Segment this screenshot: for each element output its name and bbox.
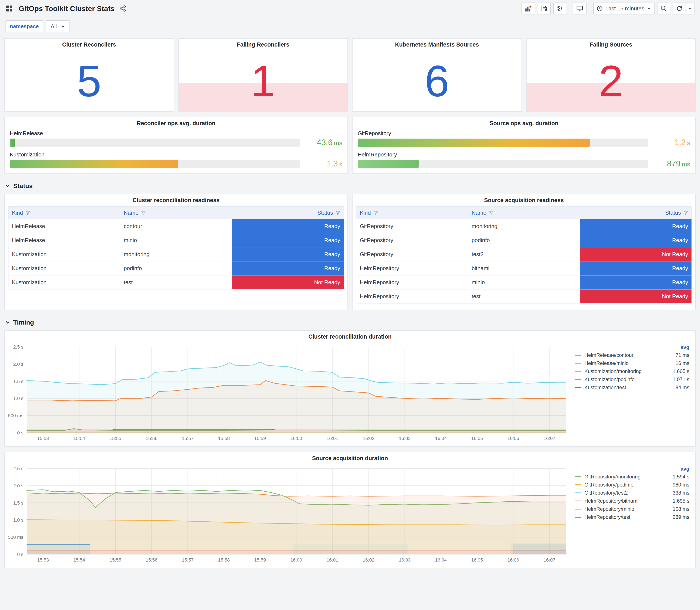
variable-namespace-dropdown[interactable]: All <box>46 20 70 32</box>
column-header-name[interactable]: Name <box>120 206 232 219</box>
stat-value: 6 <box>425 59 449 103</box>
series-name[interactable]: Kustomization/podinfo <box>584 376 664 382</box>
cell-kind: HelmRelease <box>8 233 120 247</box>
legend-item-helmrelease-contour[interactable]: HelmRelease/contour71 ms <box>575 351 689 359</box>
svg-text:2.5 s: 2.5 s <box>13 466 23 471</box>
table-row: KustomizationtestNot Ready <box>8 275 344 289</box>
filter-icon-wrap <box>489 210 494 216</box>
panel-title[interactable]: Cluster reconciliation readiness <box>5 194 347 206</box>
panel-title[interactable]: Source acquisition readiness <box>353 194 695 206</box>
legend-avg-header[interactable]: avg <box>575 466 689 472</box>
dashboards-grid-icon[interactable] <box>5 4 14 13</box>
svg-text:0 s: 0 s <box>17 552 23 557</box>
tv-mode-button[interactable] <box>573 2 587 14</box>
cell-status: Not Ready <box>580 289 692 303</box>
table-row: HelmReleasecontourReady <box>8 219 344 233</box>
legend-item-gitrepository-podinfo[interactable]: GitRepository/podinfo980 ms <box>575 481 689 489</box>
column-header-status[interactable]: Status <box>580 206 692 219</box>
table-row: HelmRepositorytestNot Ready <box>356 289 692 303</box>
series-name[interactable]: HelmRelease/contour <box>584 352 664 358</box>
legend-avg-header[interactable]: avg <box>575 344 689 350</box>
column-header-inner: Name <box>124 210 228 216</box>
legend-item-helmrepository-bitnami[interactable]: HelmRepository/bitnami1.695 s <box>575 497 689 505</box>
legend-item-helmrepository-test[interactable]: HelmRepository/test289 ms <box>575 513 689 521</box>
cell-kind: HelmRepository <box>356 275 468 289</box>
gauge-value-unit: ms <box>334 140 342 146</box>
column-header-kind[interactable]: Kind <box>8 206 120 219</box>
refresh-interval-dropdown[interactable] <box>686 2 695 14</box>
zoom-out-time-button[interactable] <box>657 2 670 14</box>
timeseries-plot[interactable]: 15:5315:5415:5515:5615:5715:5815:5916:00… <box>5 343 571 443</box>
series-avg-value: 1.071 s <box>667 376 689 382</box>
gauge-value-unit: s <box>687 140 690 146</box>
legend-item-helmrepository-minio[interactable]: HelmRepository/minio108 ms <box>575 505 689 513</box>
status-badge: Ready <box>580 275 691 289</box>
filter-funnel-icon[interactable] <box>373 210 378 215</box>
series-name[interactable]: Kustomization/test <box>584 385 664 390</box>
svg-text:1.5 s: 1.5 s <box>13 379 23 384</box>
table-wrap: KindNameStatusGitRepositorymonitoringRea… <box>353 206 695 310</box>
column-header-label: Status <box>317 210 333 216</box>
save-dashboard-button[interactable] <box>538 2 551 14</box>
cell-kind: GitRepository <box>356 219 468 233</box>
filter-funnel-icon[interactable] <box>141 210 146 215</box>
panel-title[interactable]: Kubernetes Manifests Sources <box>353 39 521 51</box>
filter-funnel-icon[interactable] <box>489 210 494 215</box>
filter-funnel-icon[interactable] <box>683 210 688 215</box>
series-name[interactable]: GitRepository/monitoring <box>584 474 664 480</box>
svg-text:15:59: 15:59 <box>254 436 266 441</box>
dashboard-settings-button[interactable]: ⚙ <box>553 2 566 14</box>
panel-title[interactable]: Failing Reconcilers <box>179 39 348 51</box>
cell-name: bitnami <box>468 261 580 275</box>
panel-cluster-reconciliation-readiness: Cluster reconciliation readiness KindNam… <box>4 194 348 310</box>
series-name[interactable]: HelmRepository/minio <box>584 506 664 512</box>
table-row: KustomizationpodinfoReady <box>8 261 344 275</box>
panel-title[interactable]: Source acquisition duration <box>5 452 695 464</box>
column-header-status[interactable]: Status <box>232 206 344 219</box>
series-name[interactable]: HelmRelease/minio <box>584 360 664 366</box>
panel-title[interactable]: Cluster reconciliation duration <box>5 331 695 343</box>
cell-name: minio <box>468 275 580 289</box>
timeseries-plot[interactable]: 15:5315:5415:5515:5615:5715:5815:5916:00… <box>5 464 571 564</box>
cell-kind: HelmRelease <box>8 219 120 233</box>
legend-item-kustomization-test[interactable]: Kustomization/test84 ms <box>575 383 689 391</box>
refresh-button[interactable] <box>673 2 686 14</box>
svg-text:16:02: 16:02 <box>363 436 374 441</box>
section-timing[interactable]: Timing <box>0 316 700 330</box>
panel-title[interactable]: Source ops avg. duration <box>353 117 695 129</box>
gauge-line: 1.3s <box>10 159 342 168</box>
table-row: HelmRepositoryminioReady <box>356 275 692 289</box>
status-badge: Ready <box>232 261 344 275</box>
cell-status: Ready <box>232 247 344 261</box>
panel-title[interactable]: Failing Sources <box>526 39 696 51</box>
filter-funnel-icon[interactable] <box>26 210 30 215</box>
series-name[interactable]: Kustomization/monitoring <box>584 368 664 374</box>
legend-item-kustomization-podinfo[interactable]: Kustomization/podinfo1.071 s <box>575 375 689 383</box>
series-avg-value: 1.594 s <box>667 474 689 480</box>
gauge-value: 879ms <box>653 159 690 168</box>
add-panel-button[interactable] <box>521 2 535 14</box>
time-range-picker[interactable]: Last 15 minutes <box>593 2 654 14</box>
panel-title[interactable]: Reconciler ops avg. duration <box>5 117 347 129</box>
panel-title[interactable]: Cluster Reconcilers <box>5 39 174 51</box>
legend-item-helmrelease-minio[interactable]: HelmRelease/minio16 ms <box>575 359 689 367</box>
cell-name: podinfo <box>120 261 232 275</box>
share-icon[interactable] <box>119 4 127 13</box>
series-name[interactable]: GitRepository/podinfo <box>584 482 664 488</box>
column-header-name[interactable]: Name <box>468 206 580 219</box>
series-name[interactable]: GitRepository/test2 <box>584 490 664 496</box>
series-name[interactable]: HelmRepository/test <box>584 514 664 520</box>
navbar-actions: ⚙ Last 15 minutes <box>519 2 695 14</box>
legend-item-kustomization-monitoring[interactable]: Kustomization/monitoring1.605 s <box>575 367 689 375</box>
chevron-down-icon <box>5 183 10 189</box>
panel-reconciler-ops-duration: Reconciler ops avg. duration HelmRelease… <box>4 117 348 174</box>
svg-text:15:54: 15:54 <box>73 557 85 563</box>
legend-item-gitrepository-monitoring[interactable]: GitRepository/monitoring1.594 s <box>575 473 689 481</box>
filter-funnel-icon[interactable] <box>336 210 340 215</box>
readiness-table: KindNameStatusHelmReleasecontourReadyHel… <box>8 206 344 289</box>
column-header-kind[interactable]: Kind <box>356 206 468 219</box>
legend-item-gitrepository-test2[interactable]: GitRepository/test2338 ms <box>575 489 689 497</box>
section-status[interactable]: Status <box>0 179 700 194</box>
variables-row: namespace All <box>0 17 700 38</box>
series-name[interactable]: HelmRepository/bitnami <box>584 498 664 504</box>
